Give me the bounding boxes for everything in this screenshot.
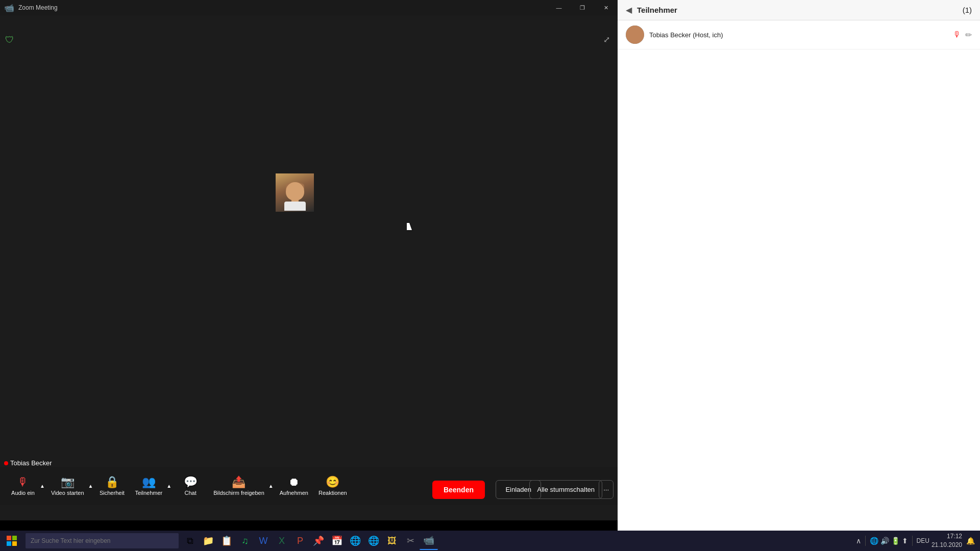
update-icon: ⬆ (902, 537, 908, 545)
participant-mic-muted-icon: 🎙 (953, 30, 961, 39)
chat-icon: 💬 (184, 477, 198, 488)
participants-chevron[interactable]: ▲ (165, 482, 173, 490)
edge-icon[interactable]: 🌐 (364, 532, 383, 550)
meeting-area: 🛡 ⤢ Tobias Becker 🎙 Audio ein (0, 15, 618, 520)
expand-icon[interactable]: ⤢ (603, 35, 610, 44)
share-screen-icon: 📤 (232, 477, 246, 488)
participant-avatar-photo (276, 173, 314, 212)
svg-rect-1 (12, 536, 17, 540)
record-button[interactable]: ⏺ Aufnehmen (275, 469, 313, 503)
reactions-button[interactable]: 😊 Reaktionen (313, 469, 352, 503)
participant-status-icons: 🎙 ✏ (953, 30, 972, 40)
video-off-icon: 📷 (61, 477, 75, 488)
participants-button[interactable]: 👥 Teilnehmer (130, 469, 167, 503)
panel-header: ◀ Teilnehmer (1) (618, 0, 980, 20)
video-chevron[interactable]: ▲ (87, 482, 94, 490)
security-shield-icon: 🛡 (5, 35, 14, 45)
reactions-icon: 😊 (326, 477, 339, 488)
files-icon[interactable]: 📋 (217, 532, 236, 550)
start-button[interactable] (0, 531, 23, 551)
security-icon: 🔒 (105, 477, 119, 488)
tray-separator (865, 536, 866, 546)
mute-all-button[interactable]: Alle stummschalten (529, 480, 602, 499)
record-icon: ⏺ (288, 477, 300, 488)
participants-icon: 👥 (142, 477, 156, 488)
chrome-icon[interactable]: 🌐 (346, 532, 364, 550)
share-group: 📤 Bildschirm freigeben ▲ (208, 469, 275, 503)
participant-name-text: Tobias Becker (10, 459, 52, 467)
zoom-taskbar-icon[interactable]: 📹 (420, 532, 438, 550)
end-meeting-button[interactable]: Beenden (432, 481, 485, 499)
battery-icon[interactable]: 🔋 (891, 537, 900, 545)
participants-panel: ◀ Teilnehmer (1) Tobias Becker (Host, ic… (618, 0, 980, 536)
svg-rect-3 (12, 541, 17, 546)
audio-group: 🎙 Audio ein ▲ (5, 469, 46, 503)
notifications-icon[interactable]: 🔔 (966, 537, 975, 545)
share-chevron[interactable]: ▲ (267, 482, 275, 490)
participant-video (276, 173, 314, 212)
windows-taskbar: ⧉ 📁 📋 ♫ W X P 📌 📅 🌐 🌐 🖼 ✂ 📹 ∧ 🌐 🔊 🔋 ⬆ DE… (0, 531, 980, 551)
muted-indicator (4, 461, 8, 465)
video-group: 📷 Video starten ▲ (46, 469, 94, 503)
participant-avatar-icon (626, 26, 644, 44)
audio-muted-icon: 🎙 (17, 477, 29, 488)
participant-count: (1) (963, 6, 972, 14)
volume-icon[interactable]: 🔊 (880, 537, 889, 545)
windows-logo-icon (7, 536, 17, 546)
svg-rect-2 (7, 541, 11, 546)
system-tray: ∧ 🌐 🔊 🔋 ⬆ DEU 17:12 21.10.2020 🔔 (851, 532, 980, 549)
more-options-button[interactable]: ··· (599, 480, 614, 499)
snipping-icon[interactable]: ✂ (401, 532, 420, 550)
participant-edit-icon: ✏ (965, 30, 972, 40)
window-title: Zoom Meeting (18, 4, 58, 11)
participants-group: 👥 Teilnehmer ▲ (130, 469, 173, 503)
participant-display-name: Tobias Becker (Host, ich) (649, 31, 953, 39)
minimize-button[interactable]: — (547, 0, 571, 15)
participant-list-item: Tobias Becker (Host, ich) 🎙 ✏ (618, 20, 980, 49)
panel-collapse-button[interactable]: ◀ (626, 5, 632, 15)
chat-button[interactable]: 💬 Chat (173, 469, 208, 503)
video-button[interactable]: 📷 Video starten (46, 469, 89, 503)
svg-rect-0 (7, 536, 11, 540)
taskbar-clock[interactable]: 17:12 21.10.2020 (932, 532, 962, 549)
calendar-icon[interactable]: 📅 (328, 532, 346, 550)
word-icon[interactable]: W (254, 532, 273, 550)
powerpoint-icon[interactable]: P (291, 532, 309, 550)
restore-button[interactable]: ❐ (571, 0, 594, 15)
photos-icon[interactable]: 🖼 (383, 532, 401, 550)
security-button[interactable]: 🔒 Sicherheit (94, 469, 130, 503)
zoom-logo-icon: 📹 (4, 3, 14, 13)
clock-date: 21.10.2020 (932, 541, 962, 549)
close-button[interactable]: ✕ (594, 0, 618, 15)
tray-separator-2 (912, 536, 913, 546)
excel-icon[interactable]: X (273, 532, 291, 550)
title-bar: 📹 Zoom Meeting — ❐ ✕ (0, 0, 618, 15)
tray-up-arrow[interactable]: ∧ (856, 537, 861, 545)
spotify-icon[interactable]: ♫ (236, 532, 254, 550)
pin-icon[interactable]: 📌 (309, 532, 328, 550)
panel-title: Teilnehmer (637, 6, 963, 14)
share-screen-button[interactable]: 📤 Bildschirm freigeben (208, 469, 270, 503)
clock-time: 17:12 (932, 532, 962, 541)
language-indicator: DEU (917, 537, 929, 544)
audio-chevron[interactable]: ▲ (39, 482, 46, 490)
participant-name-overlay: Tobias Becker (4, 459, 52, 467)
file-explorer-icon[interactable]: 📁 (199, 532, 217, 550)
audio-button[interactable]: 🎙 Audio ein (5, 469, 41, 503)
task-view-icon[interactable]: ⧉ (181, 532, 199, 550)
window-controls: — ❐ ✕ (547, 0, 618, 15)
taskbar-search[interactable] (26, 533, 179, 548)
network-icon[interactable]: 🌐 (870, 537, 878, 545)
